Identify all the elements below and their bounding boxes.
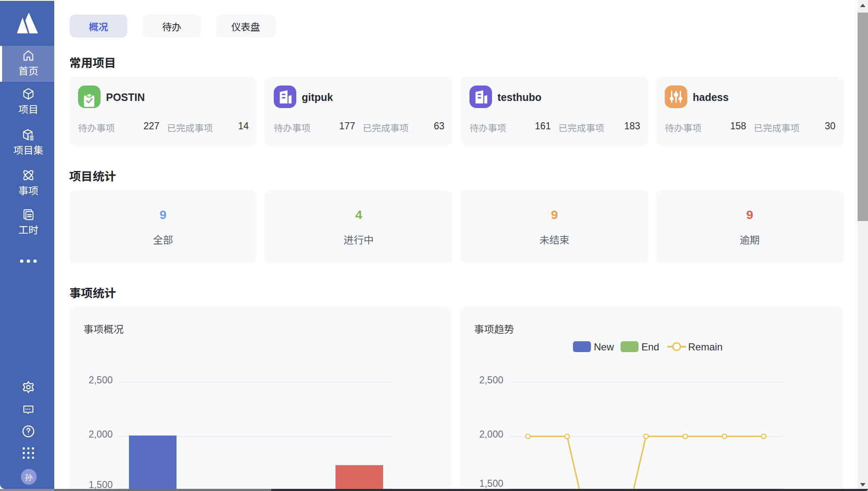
svg-text:2,000: 2,000 bbox=[88, 429, 113, 440]
svg-text:1,500: 1,500 bbox=[479, 478, 503, 489]
svg-text:2,500: 2,500 bbox=[88, 375, 113, 385]
svg-text:New: New bbox=[594, 341, 614, 353]
svg-text:2,000: 2,000 bbox=[479, 429, 503, 440]
svg-text:Remain: Remain bbox=[688, 341, 723, 353]
svg-text:End: End bbox=[641, 341, 659, 353]
svg-text:事项概况: 事项概况 bbox=[83, 324, 124, 335]
svg-text:2,500: 2,500 bbox=[479, 375, 503, 385]
svg-text:事项趋势: 事项趋势 bbox=[474, 324, 514, 335]
svg-text:1,500: 1,500 bbox=[88, 479, 113, 489]
